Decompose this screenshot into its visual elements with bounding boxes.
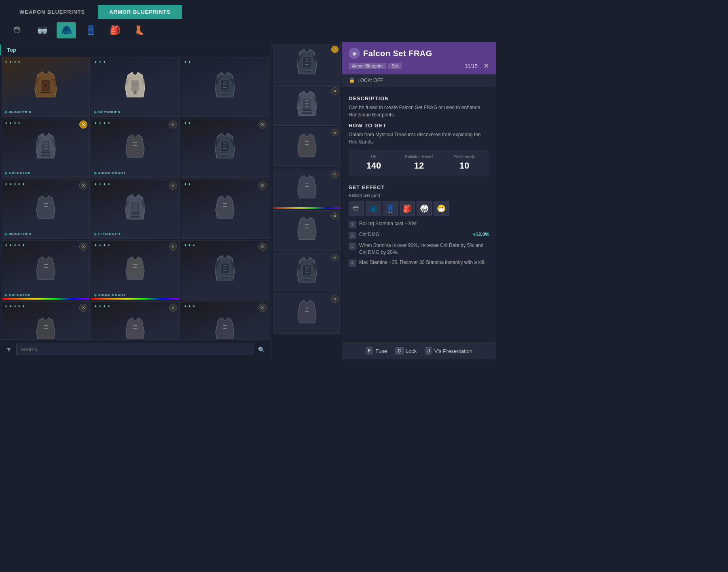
- remove-btn-5[interactable]: ✕: [169, 120, 177, 129]
- grid-item-15[interactable]: ✦ ✦ ✦✕: [181, 301, 269, 339]
- stat-psi-label: Psi Intensity: [453, 154, 475, 159]
- set-icon-0: ⛑: [349, 201, 364, 216]
- tab-weapon[interactable]: WEAPON BLUEPRINTS: [8, 5, 96, 19]
- cat-bottom[interactable]: 👖: [81, 22, 100, 38]
- lock-row: 🔒 LOCK: OFF: [342, 74, 496, 87]
- right-remove-r4[interactable]: ✕: [331, 171, 339, 178]
- right-item-r7[interactable]: ✕: [273, 293, 341, 334]
- cat-boots[interactable]: 👢: [129, 22, 149, 38]
- grid-item-3[interactable]: ✦ ✦: [181, 57, 269, 117]
- remove-btn-11[interactable]: ✕: [169, 243, 177, 251]
- item-label-5: JUGGERNAUT: [94, 171, 126, 175]
- action-f[interactable]: FFuse: [366, 347, 387, 355]
- grid-item-10[interactable]: ✦ ✦ ✦ ✦ ✦OPERATOR✕: [2, 240, 90, 300]
- right-remove-r7[interactable]: ✕: [331, 295, 339, 303]
- action-label-0: Fuse: [375, 348, 387, 354]
- right-item-r1[interactable]: ✕: [273, 44, 341, 84]
- right-remove-r5[interactable]: ✕: [331, 212, 339, 220]
- key-badge-J: J: [425, 347, 432, 355]
- effect-item-2: 3 When Stamina is over 90%, increase Cri…: [349, 242, 489, 256]
- right-remove-r3[interactable]: ✕: [331, 129, 339, 136]
- grid-item-11[interactable]: ✦ ✦ ✦ ✦JUGGERNAUT✕: [91, 240, 179, 300]
- item-stars-4: ✦ ✦ ✦ ✦: [4, 121, 21, 125]
- remove-btn-12[interactable]: ✕: [258, 243, 267, 251]
- svg-rect-16: [41, 154, 51, 157]
- remove-btn-8[interactable]: ✕: [169, 182, 177, 190]
- svg-rect-51: [303, 57, 311, 68]
- right-item-r4[interactable]: ✕: [273, 169, 341, 209]
- stat-pollution-label: Pollution Resist: [405, 154, 433, 159]
- set-icon-3: 🎒: [400, 201, 415, 216]
- grid-item-13[interactable]: ✦ ✦ ✦ ✦ ✦✕: [2, 301, 90, 339]
- right-item-r3[interactable]: ✕: [273, 127, 341, 167]
- detail-title-row: ◈ Falcon Set FRAG: [349, 48, 489, 59]
- tab-armor[interactable]: ARMOR BLUEPRINTS: [98, 5, 182, 19]
- svg-rect-32: [130, 215, 140, 218]
- main-content: Top ✦ ✦ ✦ ✦WANDERER ✦ ✦ ✦BEYONDER ✦ ✦: [0, 42, 496, 359]
- effect-value-1: +12.0%: [473, 231, 489, 238]
- grid-item-1[interactable]: ✦ ✦ ✦ ✦WANDERER: [2, 57, 90, 117]
- action-c[interactable]: CLock: [395, 347, 417, 355]
- remove-btn-9[interactable]: ✕: [258, 182, 267, 190]
- cat-backpack[interactable]: 🎒: [105, 22, 125, 38]
- item-label-4: OPERATOR: [4, 171, 31, 175]
- right-remove-r2[interactable]: ✕: [331, 87, 339, 95]
- grid-item-12[interactable]: ✦ ✦ ✦✕: [181, 240, 269, 300]
- stat-psi: Psi Intensity 10: [445, 154, 484, 171]
- set-effect-title: SET EFFECT: [349, 184, 489, 190]
- close-button[interactable]: ✕: [483, 61, 489, 70]
- item-label-8: STRANGER: [94, 232, 120, 236]
- item-stars-6: ✦ ✦: [184, 121, 191, 125]
- action-j[interactable]: JV's Presentation: [425, 347, 472, 355]
- svg-rect-5: [221, 80, 229, 91]
- how-to-get-text: Obtain from Mystical Treasures discovere…: [349, 131, 489, 146]
- grid-item-6[interactable]: ✦ ✦✕: [181, 118, 269, 178]
- grid-item-8[interactable]: ✦ ✦ ✦ ✦STRANGER✕: [91, 179, 179, 239]
- action-label-1: Lock: [406, 348, 417, 354]
- grid-item-2[interactable]: ✦ ✦ ✦BEYONDER: [91, 57, 179, 117]
- cat-top[interactable]: 🧥: [57, 22, 76, 38]
- item-stars-8: ✦ ✦ ✦ ✦: [94, 182, 110, 186]
- detail-subtitle-row: Armor Blueprint Set 30/15 ✕: [349, 61, 489, 70]
- search-input[interactable]: [16, 344, 254, 355]
- section-header: Top: [0, 44, 271, 55]
- action-label-2: V's Presentation: [434, 348, 472, 354]
- stat-pollution-value: 12: [414, 160, 424, 171]
- svg-rect-4: [133, 90, 137, 94]
- right-remove-r1[interactable]: ✕: [331, 46, 339, 53]
- grid-item-14[interactable]: ✦ ✦ ✦ ✦✕: [91, 301, 179, 339]
- effect-text-2: When Stamina is over 90%, increase Crit …: [359, 242, 489, 256]
- stat-psi-value: 10: [459, 160, 469, 171]
- right-remove-r6[interactable]: ✕: [331, 254, 339, 261]
- right-item-r6[interactable]: ✕: [273, 252, 341, 292]
- remove-btn-15[interactable]: ✕: [258, 304, 267, 312]
- effect-item-1: 2 Crit DMG+12.0%: [349, 231, 489, 239]
- detail-icon: ◈: [349, 48, 360, 59]
- search-icon: 🔍: [258, 346, 265, 353]
- grid-item-4[interactable]: ✦ ✦ ✦ ✦OPERATOR✕: [2, 118, 90, 178]
- svg-rect-62: [302, 112, 312, 114]
- set-icon-4: 🥋: [417, 201, 432, 216]
- filter-icon[interactable]: ▼: [6, 346, 12, 353]
- grid-item-5[interactable]: ✦ ✦ ✦ ✦JUGGERNAUT✕: [91, 118, 179, 178]
- svg-rect-43: [220, 273, 230, 276]
- svg-rect-44: [220, 277, 230, 279]
- right-item-r5[interactable]: ✕: [273, 210, 341, 251]
- grid-panel: Top ✦ ✦ ✦ ✦WANDERER ✦ ✦ ✦BEYONDER ✦ ✦: [0, 42, 271, 359]
- description-title: DESCRIPTION: [349, 95, 489, 101]
- lock-icon: 🔒: [349, 77, 355, 83]
- svg-rect-15: [41, 151, 51, 154]
- remove-btn-14[interactable]: ✕: [169, 304, 177, 312]
- how-to-get-title: HOW TO GET: [349, 122, 489, 129]
- right-item-r2[interactable]: ✕: [273, 85, 341, 126]
- grid-item-9[interactable]: ✦ ✦✕: [181, 179, 269, 239]
- svg-rect-39: [221, 263, 229, 274]
- svg-rect-73: [302, 275, 312, 278]
- cat-head[interactable]: ⛑: [8, 22, 28, 38]
- remove-btn-6[interactable]: ✕: [258, 120, 267, 129]
- item-stars-5: ✦ ✦ ✦ ✦: [94, 121, 110, 125]
- cat-face[interactable]: 🥽: [32, 22, 52, 38]
- svg-point-1: [44, 84, 48, 88]
- grid-item-7[interactable]: ✦ ✦ ✦ ✦ ✦WANDERER✕: [2, 179, 90, 239]
- detail-header: ◈ Falcon Set FRAG Armor Blueprint Set 30…: [342, 42, 496, 74]
